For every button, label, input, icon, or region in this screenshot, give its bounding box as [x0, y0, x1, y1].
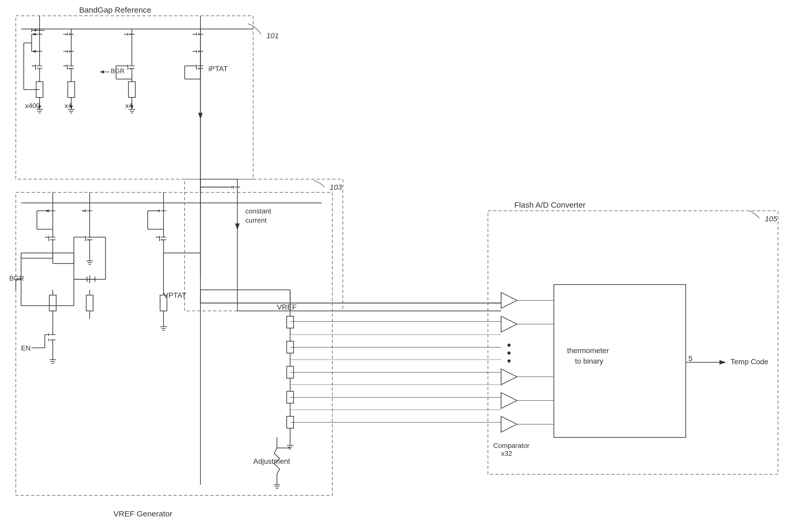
adjustment-label: Adjustment — [253, 457, 290, 466]
num-5-label: 5 — [689, 355, 693, 363]
svg-point-236 — [508, 344, 511, 347]
svg-rect-2 — [0, 0, 806, 532]
vref-label: VREF — [277, 303, 297, 311]
circuit-diagram: BandGap Reference 101 — [0, 0, 806, 532]
constant-current-label2: current — [245, 216, 267, 224]
bgr-label-top: BGR — [111, 68, 125, 75]
ref-101-label: 101 — [267, 32, 279, 40]
bandgap-reference-label: BandGap Reference — [79, 5, 151, 14]
temp-code-label: Temp Code — [731, 358, 768, 366]
svg-point-237 — [508, 352, 511, 355]
en-label: EN — [21, 344, 31, 352]
bgr-label-vref: BGR — [9, 274, 24, 282]
comparator-label: Comparator — [493, 442, 530, 450]
vptat-label: VPTAT — [164, 291, 186, 299]
svg-point-238 — [508, 359, 511, 363]
x400-label: x400 — [25, 102, 40, 110]
ref-105-label: 105 — [765, 215, 777, 223]
vref-generator-label: VREF Generator — [113, 509, 172, 518]
ref-103-label: 103 — [330, 183, 342, 191]
iptat-label: iPTAT — [208, 64, 228, 73]
x4-1-label: x4 — [65, 102, 72, 110]
thermometer-to-binary-label: thermometer — [567, 346, 609, 355]
x4-2-label: x4 — [125, 102, 132, 110]
flash-converter-label: Flash A/D Converter — [514, 201, 586, 209]
comparator-x32-label: x32 — [501, 450, 512, 457]
constant-current-label: constant — [245, 207, 271, 215]
to-binary-label: to binary — [575, 357, 603, 365]
